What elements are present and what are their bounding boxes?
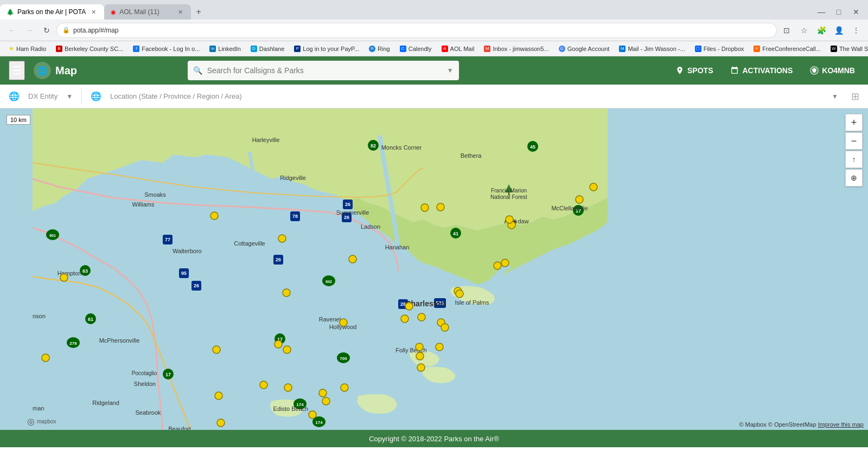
svg-point-97	[418, 313, 425, 321]
svg-text:Moncks Corner: Moncks Corner	[381, 144, 422, 151]
search-icon: 🔍	[193, 66, 202, 75]
svg-point-89	[215, 392, 222, 400]
svg-point-105	[456, 290, 463, 298]
map-controls: + − ↑ ⊕	[845, 114, 863, 186]
filter-icon[interactable]: ⊞	[851, 91, 859, 102]
svg-text:Ladson: Ladson	[361, 223, 380, 230]
bookmark-dashlane[interactable]: D Dashlane	[246, 44, 289, 53]
svg-text:41: 41	[453, 231, 458, 236]
calendar-icon	[730, 66, 739, 75]
svg-text:Ravenel: Ravenel	[319, 316, 341, 323]
svg-text:Seabrook: Seabrook	[135, 409, 161, 416]
svg-point-103	[417, 364, 425, 371]
svg-point-80	[60, 274, 68, 281]
location-icon	[675, 66, 684, 75]
browser-maximize[interactable]: □	[831, 4, 846, 20]
svg-point-84	[283, 289, 290, 297]
svg-point-96	[405, 302, 413, 310]
hamburger-menu[interactable]: ☰	[9, 61, 25, 80]
browser-minimize[interactable]: —	[814, 4, 829, 20]
bookmark-inbox[interactable]: M Inbox - jimwasson5...	[480, 44, 553, 53]
svg-point-100	[436, 343, 443, 351]
svg-text:Smoaks: Smoaks	[144, 191, 166, 198]
search-input[interactable]	[188, 61, 459, 80]
svg-point-86	[275, 340, 282, 348]
bookmark-berkeley[interactable]: B Berkeley County SC...	[52, 44, 127, 53]
bookmark-paypal[interactable]: P Log in to your PayP...	[290, 44, 363, 53]
bookmark-dropbox[interactable]: ⬡ Files - Dropbox	[691, 44, 749, 53]
svg-point-90	[260, 381, 267, 389]
svg-point-88	[283, 346, 291, 353]
bookmark-linkedin[interactable]: in LinkedIn	[205, 44, 245, 53]
bookmark-ring[interactable]: R Ring	[365, 44, 394, 53]
svg-text:77: 77	[165, 237, 170, 242]
map-container[interactable]: 26 95 526 78 61 63 278 17 174 174 700	[0, 108, 868, 430]
browser-close[interactable]: ✕	[848, 4, 864, 20]
tab-title-pota: Parks on the Air | POTA	[17, 8, 86, 16]
address-bar[interactable]: 🔒 pota.app/#/map	[56, 23, 777, 38]
zoom-in-button[interactable]: +	[845, 114, 863, 131]
spots-label: SPOTS	[687, 66, 713, 75]
north-up-button[interactable]: ↑	[845, 151, 863, 168]
nav-activations[interactable]: ACTIVATIONS	[726, 64, 797, 77]
location-dropdown-arrow[interactable]: ▼	[832, 93, 838, 100]
tab-new-button[interactable]: +	[191, 4, 206, 20]
tab-close-aol[interactable]: ✕	[176, 8, 184, 16]
search-dropdown-icon[interactable]: ▼	[447, 67, 454, 74]
svg-point-95	[401, 315, 409, 323]
tab-close-pota[interactable]: ✕	[89, 8, 98, 16]
svg-text:National Forest: National Forest	[490, 194, 527, 200]
svg-text:Walterboro: Walterboro	[173, 248, 201, 254]
dx-dropdown-arrow[interactable]: ▼	[66, 93, 73, 100]
bookmark-facebook[interactable]: f Facebook - Log In o...	[129, 44, 204, 53]
bookmark-button[interactable]: ☆	[796, 23, 812, 38]
svg-point-93	[341, 384, 348, 391]
bookmark-freeconference[interactable]: F FreeConferenceCall...	[749, 44, 825, 53]
forward-button[interactable]: →	[22, 23, 37, 38]
svg-text:61: 61	[88, 317, 93, 322]
zoom-out-button[interactable]: −	[845, 132, 863, 150]
location-label: Location (State / Province / Region / Ar…	[110, 92, 823, 100]
svg-text:278: 278	[69, 341, 77, 346]
browser-chrome: 🌲 Parks on the Air | POTA ✕ ◉ AOL Mail (…	[0, 0, 868, 56]
profile-button[interactable]: 👤	[831, 23, 846, 38]
app-footer: Copyright © 2018-2022 Parks on the Air®	[0, 430, 868, 447]
address-text: pota.app/#/map	[73, 27, 771, 34]
tab-title-aol: AOL Mail (11)	[119, 8, 173, 16]
bookmark-calendly[interactable]: C Calendly	[395, 44, 436, 53]
nav-callsign[interactable]: KO4MNB	[806, 64, 859, 77]
bookmarks-bar: ★ Ham Radio B Berkeley County SC... f Fa…	[0, 41, 868, 56]
bookmark-ham-radio[interactable]: ★ Ham Radio	[4, 44, 50, 53]
svg-point-81	[42, 354, 49, 362]
back-button[interactable]: ←	[4, 23, 20, 38]
cast-button[interactable]: ⊡	[779, 23, 794, 38]
tab-pota[interactable]: 🌲 Parks on the Air | POTA ✕	[0, 4, 104, 20]
svg-text:Hanahan: Hanahan	[385, 244, 410, 250]
svg-point-112	[437, 203, 444, 211]
bookmark-aol[interactable]: A AOL Mail	[437, 44, 479, 53]
mapbox-logo-icon: ◎	[27, 416, 35, 427]
nav-spots[interactable]: SPOTS	[671, 64, 717, 77]
app-title: Map	[55, 65, 77, 77]
svg-text:26: 26	[276, 257, 281, 262]
svg-text:601: 601	[49, 234, 56, 237]
location-icon: 🌐	[91, 91, 101, 101]
svg-point-117	[322, 397, 330, 405]
more-button[interactable]: ⋮	[848, 23, 864, 38]
improve-map-link[interactable]: Improve this map	[818, 421, 864, 428]
svg-text:McPhersonville: McPhersonville	[99, 337, 140, 344]
extensions-button[interactable]: 🧩	[814, 23, 829, 38]
svg-text:63: 63	[82, 268, 88, 274]
tab-aol[interactable]: ◉ AOL Mail (11) ✕	[104, 4, 191, 20]
map-svg: 26 95 526 78 61 63 278 17 174 174 700	[0, 108, 868, 430]
bookmark-google-account[interactable]: G Google Account	[554, 44, 614, 53]
bookmark-mail-wasson[interactable]: M Mail - Jim Wasson -...	[615, 44, 689, 53]
bookmark-wsj[interactable]: W The Wall Street Jour...	[826, 44, 868, 53]
svg-point-85	[349, 255, 356, 263]
locate-button[interactable]: ⊕	[845, 169, 863, 186]
svg-text:Pocotaglio: Pocotaglio	[132, 370, 157, 376]
dx-globe-icon: 🌐	[9, 91, 20, 101]
lock-icon: 🔒	[62, 27, 70, 34]
svg-point-106	[501, 259, 509, 267]
reload-button[interactable]: ↻	[39, 23, 54, 38]
